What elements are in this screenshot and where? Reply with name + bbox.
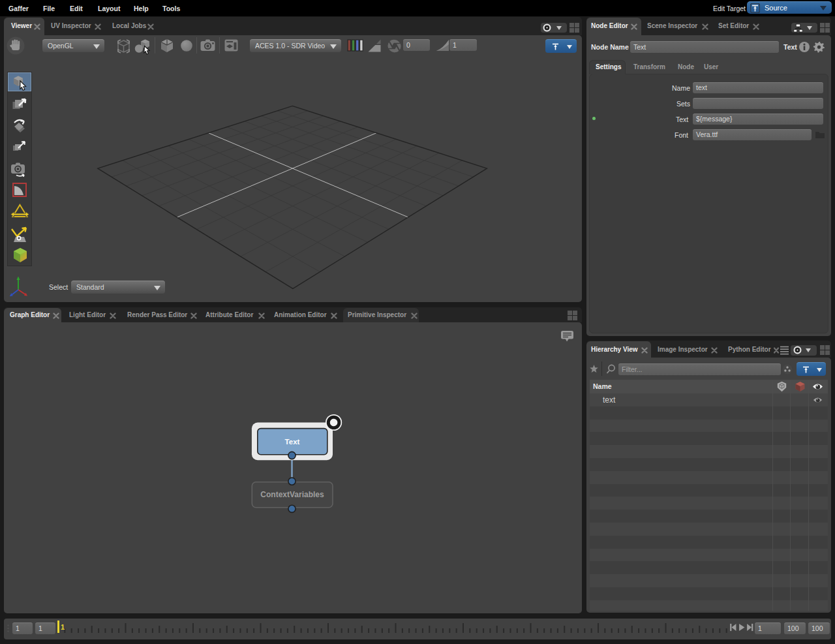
svg-text:Text: Text [285, 438, 300, 446]
svg-text:ContextVariables: ContextVariables [260, 490, 324, 499]
